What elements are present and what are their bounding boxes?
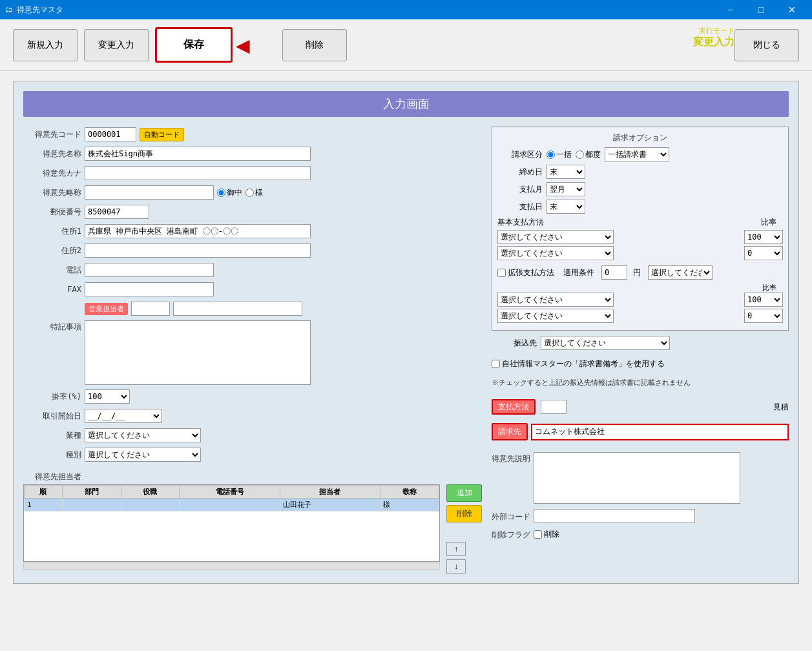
customer-name-input[interactable] — [85, 147, 311, 161]
delete-flag-checkbox-label[interactable]: 削除 — [534, 529, 559, 540]
suffix-oncyu-radio[interactable]: 御中 — [217, 187, 242, 198]
invoice-type-ikkatu[interactable]: 一括 — [547, 149, 572, 160]
customer-kana-input[interactable] — [85, 166, 311, 180]
category-select[interactable]: 選択してください — [85, 448, 201, 462]
payment-month-select[interactable]: 翌月 — [547, 182, 585, 196]
payment-month-label: 支払月 — [497, 184, 543, 195]
right-bottom: 得意先説明 外部コード 削除フラグ 削除 — [492, 452, 789, 541]
maximize-button[interactable]: □ — [746, 0, 776, 19]
minimize-button[interactable]: − — [715, 0, 745, 19]
category-row: 種別 選択してください — [23, 447, 482, 462]
payment-day-row: 支払日 末 — [497, 200, 783, 214]
closing-day-row: 締め日 末 — [497, 165, 783, 179]
rate-select[interactable]: 100 — [85, 389, 130, 404]
notes-row: 特記事項 — [23, 320, 482, 385]
transfer-dest-select[interactable]: 選択してください — [541, 336, 670, 350]
payment-day-select[interactable]: 末 — [547, 200, 585, 214]
address2-row: 住所2 — [23, 243, 482, 258]
postal-label: 郵便番号 — [23, 207, 81, 218]
add-contact-button[interactable]: 追加 — [446, 484, 482, 502]
auto-code-button[interactable]: 自動コード — [140, 128, 184, 141]
sales-rep-code-input[interactable] — [131, 302, 170, 316]
mode-title: 実行モード — [693, 26, 734, 36]
phone-input[interactable] — [85, 263, 214, 277]
form-container: 入力画面 得意先コード 自動コード 得意先名称 得意先カナ — [13, 81, 799, 584]
method2-select[interactable]: 選択してください — [497, 246, 614, 260]
industry-select[interactable]: 選択してください — [85, 428, 201, 442]
method2-ratio[interactable]: 0 — [744, 246, 783, 260]
payment-estimate-row: 支払方法 見積 — [492, 399, 789, 415]
delete-contact-button[interactable]: 削除 — [446, 505, 482, 522]
description-box: 得意先説明 — [492, 452, 789, 504]
close-window-button[interactable]: ✕ — [777, 0, 807, 19]
col-phone: 電話番号 — [180, 486, 280, 499]
title-bar: 🗂 得意先マスタ − □ ✕ — [0, 0, 812, 19]
invoice-type-tsudo[interactable]: 都度 — [576, 149, 601, 160]
toolbar: 新規入力 変更入力 保存 ◀ 削除 閉じる 実行モード 変更入力 — [0, 19, 812, 71]
contacts-section: 得意先担当者 順 部門 役職 — [23, 469, 482, 574]
move-up-button[interactable]: ↑ — [446, 542, 466, 556]
fax-input[interactable] — [85, 282, 214, 296]
extended-payment-row: 拡張支払方法 適用条件 円 選択してください — [497, 265, 783, 280]
ext-method1-ratio[interactable]: 100 — [744, 293, 783, 307]
start-date-row: 取引開始日 __/__/__ — [23, 408, 482, 424]
ext-method-select[interactable]: 選択してください — [648, 265, 713, 280]
method1-ratio[interactable]: 100 — [744, 230, 783, 244]
contacts-label-row: 得意先担当者 — [23, 469, 482, 484]
external-code-row: 外部コード — [492, 509, 789, 523]
description-label: 得意先説明 — [492, 452, 530, 464]
ext-method2-ratio[interactable]: 0 — [744, 309, 783, 323]
customer-code-input[interactable] — [85, 127, 136, 141]
invoice-book-select[interactable]: 一括請求書 — [605, 147, 669, 161]
use-company-info-label[interactable]: 自社情報マスターの「請求書備考」を使用する — [492, 358, 665, 369]
customer-abbr-row: 得意先略称 御中 様 — [23, 185, 482, 200]
postal-input[interactable] — [85, 205, 149, 219]
address1-input[interactable] — [85, 224, 311, 238]
extended-payment-checkbox[interactable] — [497, 269, 506, 277]
use-company-info-checkbox[interactable] — [492, 360, 500, 368]
change-input-button[interactable]: 変更入力 — [84, 29, 149, 61]
close-button[interactable]: 閉じる — [734, 29, 799, 61]
start-date-select[interactable]: __/__/__ — [85, 409, 162, 423]
phone-label: 電話 — [23, 265, 81, 276]
customer-kana-label: 得意先カナ — [23, 168, 81, 179]
customer-abbr-input[interactable] — [85, 185, 214, 200]
address2-input[interactable] — [85, 243, 311, 258]
new-input-button[interactable]: 新規入力 — [13, 29, 78, 61]
save-button[interactable]: 保存 — [155, 27, 233, 63]
payment-code-input[interactable] — [541, 400, 567, 414]
description-textarea[interactable] — [534, 452, 740, 504]
delete-flag-text: 削除 — [544, 529, 559, 540]
invoice-options-box: 請求オプション 請求区分 一括 都度 一括請求書 — [492, 127, 789, 331]
ext-method1-select[interactable]: 選択してください — [497, 293, 614, 307]
col-position: 役職 — [121, 486, 180, 499]
closing-day-select[interactable]: 末 — [547, 165, 585, 179]
invoice-dest-input[interactable] — [531, 424, 789, 440]
invoice-dest-button[interactable]: 請求先 — [492, 423, 528, 440]
invoice-type-row: 請求区分 一括 都度 一括請求書 — [497, 147, 783, 161]
payment-method-button[interactable]: 支払方法 — [492, 399, 536, 415]
table-row[interactable]: 1 山田花子 様 — [25, 499, 439, 512]
sales-rep-row: 営業担当者 — [23, 301, 482, 316]
sales-rep-button[interactable]: 営業担当者 — [85, 303, 128, 315]
notes-label: 特記事項 — [23, 320, 81, 333]
method1-row: 選択してください 100 — [497, 230, 783, 244]
notes-textarea[interactable] — [85, 320, 311, 385]
category-label: 種別 — [23, 450, 81, 460]
ext-method2-row: 選択してください 0 — [497, 309, 783, 323]
horizontal-scrollbar[interactable] — [23, 562, 440, 570]
contacts-table-wrapper[interactable]: 順 部門 役職 電話番号 担当者 敬称 — [23, 484, 440, 562]
sales-rep-name-input[interactable] — [173, 302, 302, 316]
ext-method2-select[interactable]: 選択してください — [497, 309, 614, 323]
suffix-sama-radio[interactable]: 様 — [245, 187, 263, 198]
method1-select[interactable]: 選択してください — [497, 230, 614, 244]
applicable-conditions-input[interactable] — [601, 265, 627, 280]
postal-row: 郵便番号 — [23, 204, 482, 220]
external-code-input[interactable] — [534, 509, 695, 523]
ext-ratio-header: 比率 — [497, 283, 776, 293]
extended-payment-checkbox-label[interactable]: 拡張支払方法 — [497, 267, 554, 278]
move-down-button[interactable]: ↓ — [446, 559, 466, 574]
address2-label: 住所2 — [23, 245, 81, 256]
delete-flag-checkbox[interactable] — [534, 530, 542, 539]
delete-button[interactable]: 削除 — [282, 29, 347, 61]
